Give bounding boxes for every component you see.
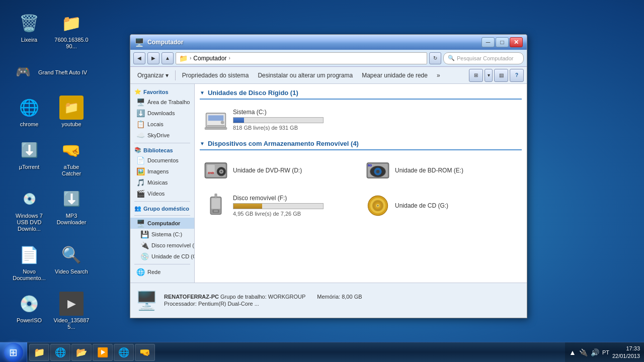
sidebar: ⭐ Favoritos 🖥️ Área de Trabalho ⬇️ Downl… bbox=[130, 84, 195, 283]
star-icon: ⭐ bbox=[134, 88, 141, 95]
sidebar-item-documentos[interactable]: 📄 Documentos bbox=[130, 155, 194, 166]
sidebar-grupo-header[interactable]: 👥 Grupo doméstico bbox=[130, 204, 194, 213]
view-dropdown-button[interactable]: ▾ bbox=[485, 69, 493, 82]
desktop-icon-win7usb[interactable]: 💿 Windows 7 USB DVD Downlo... bbox=[9, 185, 49, 235]
toolbar-more-button[interactable]: » bbox=[433, 69, 444, 82]
tray-arrow-icon[interactable]: ▲ bbox=[569, 348, 576, 356]
sidebar-item-computador[interactable]: 🖥️ Computador bbox=[130, 218, 194, 229]
desktop-icon-youtube[interactable]: 📁 youtube bbox=[51, 94, 92, 130]
address-field[interactable]: 📁 › Computador › bbox=[176, 52, 427, 64]
desktop-icon-gta4[interactable]: 🎮 Grand Theft Auto IV bbox=[9, 58, 90, 87]
sidebar-item-locais[interactable]: 📋 Locais bbox=[130, 119, 194, 130]
drive-f-bar-bg bbox=[233, 203, 324, 209]
search-icon: 🔍 bbox=[448, 55, 455, 61]
hdd-small-icon: 💾 bbox=[140, 230, 149, 238]
tray-language[interactable]: PT bbox=[602, 349, 609, 355]
toolbar-organize-button[interactable]: Organizar ▾ bbox=[133, 69, 173, 82]
sidebar-item-area-trabalho[interactable]: 🖥️ Área de Trabalho bbox=[130, 97, 194, 108]
drive-d-icon: DVD bbox=[204, 158, 228, 183]
tray-network-icon[interactable]: 🔌 bbox=[579, 348, 588, 356]
drive-c-item[interactable]: Sistema (C:) 818 GB livre(s) de 931 GB bbox=[200, 105, 522, 135]
taskbar-item-filemanager[interactable]: 📂 bbox=[71, 344, 92, 361]
start-button[interactable]: ⊞ bbox=[0, 342, 27, 363]
search-field[interactable]: 🔍 Pesquisar Computador bbox=[443, 52, 524, 64]
desktop-icon-poweriso[interactable]: 💿 PowerISO bbox=[9, 290, 49, 332]
desktop-icon-utorrent[interactable]: ⬇️ µTorrent bbox=[9, 136, 49, 179]
tray-volume-icon[interactable]: 🔊 bbox=[591, 348, 599, 356]
back-button[interactable]: ◀ bbox=[133, 52, 145, 64]
up-button[interactable]: ▲ bbox=[162, 52, 174, 64]
view-tiles-button[interactable]: ⊞ bbox=[469, 69, 483, 82]
taskbar-item-atube[interactable]: 🤜 bbox=[135, 344, 155, 361]
taskbar-item-media[interactable]: ▶️ bbox=[93, 344, 113, 361]
desktop-icon-newdoc[interactable]: 📄 Novo Documento... bbox=[9, 241, 49, 284]
desktop-icon-video1[interactable]: ▶ Video_1358875... bbox=[51, 290, 92, 332]
sidebar-item-downloads[interactable]: ⬇️ Downloads bbox=[130, 108, 194, 119]
sidebar-item-imagens[interactable]: 🖼️ Imagens bbox=[130, 166, 194, 177]
drive-f-item[interactable]: Disco removível (F:) 4,95 GB livre(s) de… bbox=[200, 191, 360, 221]
taskbar-explorer-icon: 📁 bbox=[34, 347, 45, 358]
help-button[interactable]: ? bbox=[510, 69, 524, 82]
minimize-button[interactable]: ─ bbox=[481, 37, 495, 47]
drive-g-item[interactable]: Unidade de CD (G:) bbox=[362, 191, 522, 221]
taskbar-filemanager-icon: 📂 bbox=[76, 347, 87, 358]
toolbar-system-props-button[interactable]: Propriedades do sistema bbox=[178, 69, 253, 82]
svg-point-17 bbox=[376, 170, 380, 173]
taskbar-item-chrome[interactable]: 🌐 bbox=[114, 344, 134, 361]
svg-point-29 bbox=[377, 205, 378, 206]
sidebar-item-sistema-c[interactable]: 💾 Sistema (C:) bbox=[130, 229, 194, 240]
start-orb: ⊞ bbox=[4, 343, 23, 362]
drive-c-icon bbox=[204, 108, 228, 132]
sidebar-item-disco-f[interactable]: 🔌 Disco removível (F:) bbox=[130, 240, 194, 251]
taskbar-item-ie[interactable]: 🌐 bbox=[50, 344, 70, 361]
forward-button[interactable]: ▶ bbox=[147, 52, 159, 64]
toolbar-uninstall-button[interactable]: Desinstalar ou alterar um programa bbox=[254, 69, 357, 82]
sidebar-item-unidade-g[interactable]: 💿 Unidade de CD (G:) bbox=[130, 251, 194, 262]
desktop-icon-videosearch[interactable]: 🔍 Video Search bbox=[51, 241, 92, 284]
tray-time-value: 17:33 bbox=[612, 345, 640, 352]
maximize-button[interactable]: □ bbox=[496, 37, 509, 47]
svg-text:BD: BD bbox=[368, 164, 372, 167]
desktop-icon-recycle-bin[interactable]: 🗑️ Lixeira bbox=[9, 9, 49, 52]
sidebar-item-videos[interactable]: 🎬 Vídeos bbox=[130, 188, 194, 199]
drive-d-item[interactable]: DVD Unidade de DVD-RW (D:) bbox=[200, 155, 360, 186]
desktop-icon-atube[interactable]: 🤜 aTube Catcher bbox=[51, 136, 92, 179]
desktop-icon-folder-7600[interactable]: 📁 7600.16385.090... bbox=[51, 9, 92, 52]
sidebar-bibliotecas-header[interactable]: 📚 Bibliotecas bbox=[130, 145, 194, 155]
sidebar-divider-2 bbox=[134, 201, 190, 202]
preview-pane-button[interactable]: ▤ bbox=[494, 69, 508, 82]
taskbar-ie-icon: 🌐 bbox=[55, 347, 66, 358]
status-computer-name: RENATOFERRAZ-PC bbox=[164, 294, 219, 300]
sidebar-favoritos-header[interactable]: ⭐ Favoritos bbox=[130, 87, 194, 97]
collapse-triangle-removable-icon: ▼ bbox=[200, 141, 205, 146]
address-text: Computador bbox=[193, 55, 226, 62]
drive-c-info: Sistema (C:) 818 GB livre(s) de 931 GB bbox=[233, 109, 518, 131]
status-workgroup: WORKGROUP bbox=[268, 294, 305, 300]
status-workgroup-label: Grupo de trabalho: bbox=[220, 294, 268, 300]
drive-c-name: Sistema (C:) bbox=[233, 109, 518, 116]
drive-f-bar-fill bbox=[233, 204, 262, 209]
desktop-icon-chrome[interactable]: 🌐 chrome bbox=[9, 94, 49, 130]
taskbar: ⊞ 📁 🌐 📂 ▶️ 🌐 🤜 ▲ 🔌 bbox=[0, 342, 644, 362]
drive-e-item[interactable]: BD Unidade de BD-ROM (E:) bbox=[362, 155, 522, 186]
sidebar-item-rede[interactable]: 🌐 Rede bbox=[130, 266, 194, 278]
desktop-icon-mp3dl[interactable]: ⬇️ MP3 Downloader bbox=[51, 185, 92, 235]
refresh-button[interactable]: ↻ bbox=[429, 52, 441, 64]
sidebar-divider-4 bbox=[134, 264, 190, 264]
toolbar-separator-1 bbox=[175, 70, 176, 80]
drive-d-info: Unidade de DVD-RW (D:) bbox=[233, 167, 356, 174]
drive-c-bar-bg bbox=[233, 117, 324, 123]
desktop-icon: 🖥️ bbox=[136, 98, 145, 106]
drive-g-icon bbox=[366, 194, 390, 218]
sidebar-item-skydrive[interactable]: ☁️ SkyDrive bbox=[130, 130, 194, 141]
sidebar-divider-3 bbox=[134, 215, 190, 216]
close-button[interactable]: ✕ bbox=[510, 37, 523, 47]
tray-datetime: 17:33 22/01/2013 bbox=[612, 345, 640, 359]
search-placeholder: Pesquisar Computador bbox=[457, 55, 514, 61]
collapse-triangle-icon: ▼ bbox=[200, 90, 205, 96]
sidebar-section-favoritos: ⭐ Favoritos 🖥️ Área de Trabalho ⬇️ Downl… bbox=[130, 87, 194, 141]
explorer-window: 🖥️ Computador ─ □ ✕ ◀ ▶ ▲ 📁 › bbox=[130, 34, 527, 318]
sidebar-item-musicas[interactable]: 🎵 Músicas bbox=[130, 177, 194, 188]
taskbar-item-explorer[interactable]: 📁 bbox=[29, 344, 49, 361]
toolbar-map-drive-button[interactable]: Mapear unidade de rede bbox=[358, 69, 432, 82]
